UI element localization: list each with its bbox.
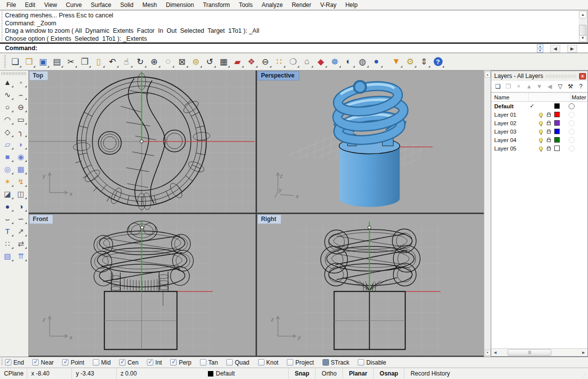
menu-item-solid[interactable]: Solid bbox=[116, 0, 138, 9]
layer-visibility-cell[interactable] bbox=[537, 138, 545, 142]
status-planar[interactable]: Planar bbox=[342, 368, 373, 379]
prompt-back-icon[interactable]: ◀ bbox=[550, 45, 560, 53]
osnap-checkbox[interactable] bbox=[323, 359, 329, 366]
move-down-icon[interactable]: ▼ bbox=[535, 82, 544, 91]
layer-material-cell[interactable] bbox=[565, 137, 578, 143]
boolean-union-icon[interactable]: ● bbox=[1, 200, 14, 213]
layer-material-cell[interactable] bbox=[565, 103, 578, 109]
layers-hscrollbar[interactable]: ◀ ▶ bbox=[491, 348, 588, 356]
menu-item-surface[interactable]: Surface bbox=[86, 0, 116, 9]
osnap-item-point[interactable]: Point bbox=[62, 359, 84, 366]
layer-tools-icon[interactable]: ⚒ bbox=[566, 82, 575, 91]
filter-icon[interactable]: ▽ bbox=[555, 82, 565, 91]
panel-scroll-down-icon[interactable]: ▼ bbox=[485, 350, 491, 356]
osnap-checkbox[interactable] bbox=[147, 359, 153, 366]
osnap-item-project[interactable]: Project bbox=[287, 359, 314, 366]
layer-lock-cell[interactable] bbox=[545, 146, 552, 151]
osnap-item-perp[interactable]: Perp bbox=[170, 359, 191, 366]
spin-up-icon[interactable]: ▲ bbox=[537, 44, 543, 48]
layer-row[interactable]: Layer 05 ✓ bbox=[491, 144, 588, 152]
osnap-item-near[interactable]: Near bbox=[32, 359, 54, 366]
layers-panel-grip[interactable] bbox=[546, 75, 577, 78]
osnap-checkbox[interactable] bbox=[62, 359, 68, 366]
layer-lock-cell[interactable] bbox=[545, 129, 552, 134]
status-osnap[interactable]: Osnap bbox=[373, 368, 404, 379]
new-layer-icon[interactable]: ❏ bbox=[493, 82, 503, 91]
layer-row[interactable]: Layer 04 ✓ bbox=[491, 136, 588, 144]
viewport-right[interactable]: z y Right bbox=[257, 214, 484, 356]
render-car-icon[interactable]: ▰ bbox=[231, 55, 244, 68]
layer-row[interactable]: Layer 02 ✓ bbox=[491, 119, 588, 127]
layers-panel-titlebar[interactable]: Layers - All Layers x bbox=[491, 71, 588, 81]
hscroll-track[interactable] bbox=[499, 349, 580, 356]
pan-icon[interactable]: ☝ bbox=[120, 55, 133, 68]
layer-material-cell[interactable] bbox=[565, 112, 578, 118]
surface-curved-icon[interactable]: ◗ bbox=[14, 138, 28, 151]
lamp-icon[interactable]: ❍ bbox=[286, 55, 300, 68]
viewport-top[interactable]: y x Top bbox=[29, 71, 256, 213]
blend-curve-icon[interactable]: ∽ bbox=[14, 213, 28, 225]
side-toolbar-grip[interactable] bbox=[1, 72, 27, 75]
layer-lock-cell[interactable] bbox=[545, 104, 552, 108]
osnap-item-quad[interactable]: Quad bbox=[226, 359, 249, 366]
new-file-icon[interactable]: ❏ bbox=[8, 55, 22, 68]
prompt-spinner[interactable]: ▲▼ bbox=[537, 44, 543, 53]
split-icon[interactable]: ◫ bbox=[14, 188, 28, 200]
osnap-checkbox[interactable] bbox=[93, 359, 99, 366]
command-prompt-row[interactable]: Command: ▲▼ ◀ ▶ bbox=[0, 43, 588, 53]
extrude-icon[interactable]: ⇈ bbox=[14, 250, 28, 262]
point-objects-icon[interactable]: ∷ bbox=[272, 55, 286, 68]
menu-item-file[interactable]: File bbox=[2, 0, 20, 9]
layer-material-cell[interactable] bbox=[565, 120, 578, 126]
status-snap[interactable]: Snap bbox=[288, 368, 315, 379]
menu-item-edit[interactable]: Edit bbox=[20, 0, 40, 9]
menu-item-render[interactable]: Render bbox=[287, 0, 316, 9]
dimension-icon[interactable]: ⇕ bbox=[417, 55, 431, 68]
rectangle-tool-icon[interactable]: ▭ bbox=[14, 113, 28, 126]
zoom-extents-icon[interactable]: ⊠ bbox=[175, 55, 189, 68]
menu-item-dimension[interactable]: Dimension bbox=[161, 0, 198, 9]
circle-center-icon[interactable]: ⊖ bbox=[259, 55, 272, 68]
osnap-checkbox[interactable] bbox=[358, 359, 364, 366]
panel-scroll-up-icon[interactable]: ▲ bbox=[485, 72, 491, 77]
menu-item-analyze[interactable]: Analyze bbox=[257, 0, 287, 9]
hscroll-right-icon[interactable]: ▶ bbox=[580, 349, 587, 356]
menu-item-mesh[interactable]: Mesh bbox=[138, 0, 161, 9]
osnap-item-end[interactable]: End bbox=[5, 359, 24, 366]
sphere-solid-icon[interactable]: ◉ bbox=[14, 151, 28, 163]
layer-visibility-cell[interactable] bbox=[537, 104, 545, 108]
layers-column-header[interactable]: Name Mater bbox=[491, 92, 588, 102]
layer-row[interactable]: Default ✓ bbox=[491, 102, 588, 110]
copy-icon[interactable]: ❐ bbox=[78, 55, 91, 68]
osnap-item-int[interactable]: Int bbox=[147, 359, 162, 366]
viewport-front[interactable]: z x Front bbox=[29, 214, 256, 356]
layer-row[interactable]: Layer 03 ✓ bbox=[491, 127, 588, 136]
array-tool-icon[interactable]: ∷ bbox=[1, 237, 14, 250]
box-solid-icon[interactable]: ■ bbox=[1, 151, 14, 163]
zoom-in-icon[interactable]: ⊕ bbox=[147, 55, 161, 68]
layer-lock-cell[interactable] bbox=[545, 138, 552, 142]
scroll-up-icon[interactable]: ▲ bbox=[579, 11, 587, 18]
close-icon[interactable]: x bbox=[579, 73, 586, 79]
layer-visibility-cell[interactable] bbox=[537, 121, 545, 125]
single-point-icon[interactable]: ◦ bbox=[14, 76, 28, 88]
undo-icon[interactable]: ↶ bbox=[106, 55, 119, 68]
menu-item-help[interactable]: Help bbox=[341, 0, 362, 9]
arc-cpt-icon[interactable]: ◠ bbox=[1, 113, 14, 126]
rotate-view-icon[interactable]: ↻ bbox=[133, 55, 147, 68]
help-icon[interactable]: ? bbox=[431, 55, 445, 68]
osnap-item-strack[interactable]: STrack bbox=[323, 359, 350, 366]
status-record-history[interactable]: Record History bbox=[404, 368, 456, 379]
osnap-checkbox[interactable] bbox=[170, 359, 177, 366]
spin-down-icon[interactable]: ▼ bbox=[537, 49, 543, 53]
rotate-copy-icon[interactable]: ⇄ bbox=[14, 237, 28, 250]
viewport-title-top[interactable]: Top bbox=[29, 71, 48, 80]
resize-grip[interactable] bbox=[456, 368, 588, 379]
save-icon[interactable]: ▣ bbox=[36, 55, 50, 68]
layer-lock-cell[interactable] bbox=[545, 112, 552, 117]
osnap-checkbox[interactable] bbox=[258, 359, 264, 366]
trim-icon[interactable]: ◪ bbox=[1, 188, 14, 200]
ghosted-viewport-icon[interactable]: ◍ bbox=[356, 55, 369, 68]
layer-color-cell[interactable] bbox=[552, 120, 561, 126]
command-history-scrollbar[interactable]: ▲ ▼ bbox=[579, 11, 587, 42]
